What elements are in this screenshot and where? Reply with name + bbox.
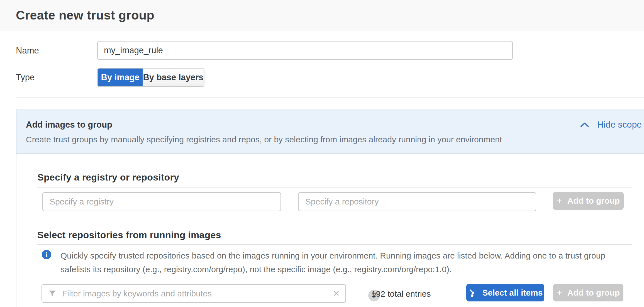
form-divider <box>16 97 644 98</box>
scope-body: Specify a registry or repository Add to … <box>16 154 644 307</box>
repository-input[interactable] <box>298 192 536 211</box>
filter-funnel-icon <box>48 289 57 298</box>
create-trust-group-page: Create new trust group Name Type By imag… <box>0 0 644 307</box>
running-images-info-text: Quickly specify trusted repositories bas… <box>60 249 616 276</box>
hide-scope-label: Hide scope <box>597 120 642 130</box>
add-to-group-label: Add to group <box>567 196 620 206</box>
type-toggle: By image By base layers <box>97 68 204 87</box>
page-title: Create new trust group <box>16 0 154 31</box>
plus-icon <box>557 196 562 206</box>
info-icon <box>42 250 51 259</box>
total-entries: 192 total entries <box>371 289 431 299</box>
running-images-heading-underline <box>37 244 632 245</box>
registry-section-heading: Specify a registry or repository <box>37 172 179 183</box>
scope-description: Create trust groups by manually specifyi… <box>26 135 502 144</box>
type-option-by-image[interactable]: By image <box>98 69 143 86</box>
add-to-group-button-running[interactable]: Add to group <box>553 284 623 301</box>
select-all-icon <box>468 288 477 298</box>
type-option-by-base-layers[interactable]: By base layers <box>143 69 204 86</box>
running-images-heading: Select repositories from running images <box>37 230 221 240</box>
add-to-group-button-registry[interactable]: Add to group <box>553 192 624 210</box>
chevron-up-icon <box>579 121 590 128</box>
filter-input[interactable] <box>62 289 327 298</box>
plus-icon <box>557 288 562 298</box>
clear-filter-icon[interactable] <box>333 289 340 298</box>
scope-title: Add images to group <box>26 120 112 130</box>
hide-scope-link[interactable]: Hide scope <box>579 120 642 130</box>
type-label: Type <box>16 72 35 82</box>
scope-card: Add images to group Create trust groups … <box>16 109 644 307</box>
name-label: Name <box>16 46 39 56</box>
scope-header: Add images to group Create trust groups … <box>16 109 644 154</box>
name-input[interactable] <box>97 41 513 60</box>
filter-box <box>42 284 346 303</box>
add-to-group-label: Add to group <box>567 288 620 298</box>
page-header: Create new trust group <box>0 0 644 31</box>
registry-heading-underline <box>37 187 632 187</box>
select-all-label: Select all items <box>482 288 543 298</box>
registry-input[interactable] <box>42 192 281 211</box>
select-all-items-button[interactable]: Select all items <box>466 284 544 301</box>
